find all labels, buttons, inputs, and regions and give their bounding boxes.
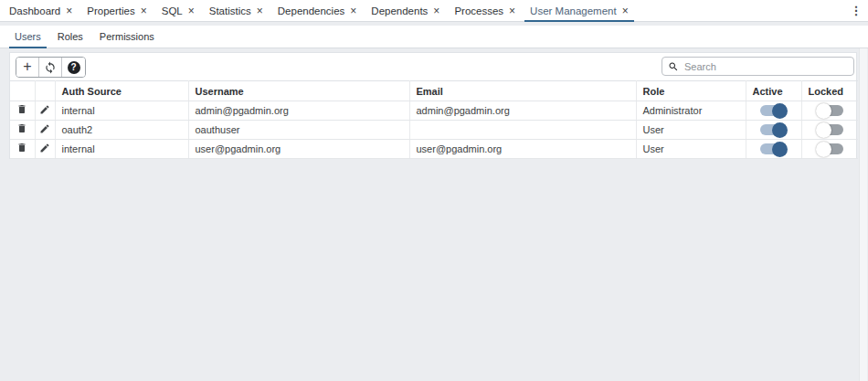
main-tabs: Dashboard × Properties × SQL × Statistic… — [2, 0, 844, 21]
close-icon[interactable]: × — [66, 5, 72, 16]
help-icon: ? — [68, 61, 80, 74]
role-cell[interactable]: User — [636, 121, 746, 140]
col-username: Username — [188, 81, 409, 101]
table-row: oauth2 oauthuser User — [10, 121, 858, 140]
tab-label: Dependents — [371, 5, 428, 16]
edit-row-button[interactable] — [39, 123, 50, 134]
plus-icon: + — [23, 59, 31, 74]
pencil-icon — [39, 123, 50, 137]
main-tabbar: Dashboard × Properties × SQL × Statistic… — [0, 0, 868, 22]
close-icon[interactable]: × — [622, 5, 629, 16]
username-cell[interactable]: admin@pgadmin.org — [188, 101, 409, 121]
tab-label: Statistics — [209, 5, 251, 16]
toolbar-button-group: + ? — [16, 57, 86, 78]
tab-dependencies[interactable]: Dependencies × — [270, 0, 365, 21]
refresh-icon — [44, 61, 57, 74]
close-icon[interactable]: × — [433, 5, 439, 16]
tab-label: Dependencies — [278, 5, 345, 16]
table-row: internal user@pgadmin.org user@pgadmin.o… — [10, 140, 858, 159]
col-locked: Locked — [801, 81, 858, 101]
close-icon[interactable]: × — [350, 5, 356, 16]
trash-icon — [16, 143, 27, 156]
user-management-panel: Dashboard × Properties × SQL × Statistic… — [0, 0, 868, 381]
tab-dashboard[interactable]: Dashboard × — [2, 0, 79, 21]
help-button[interactable]: ? — [62, 58, 85, 77]
locked-toggle[interactable] — [816, 122, 844, 138]
tab-label: SQL — [162, 5, 183, 16]
users-toolbar: + ? — [10, 53, 856, 80]
toggle-knob — [772, 142, 788, 157]
toggle-knob — [772, 103, 788, 119]
users-panel: + ? — [9, 52, 857, 159]
email-cell[interactable]: user@pgadmin.org — [409, 140, 636, 159]
tab-properties[interactable]: Properties × — [79, 0, 153, 21]
role-cell[interactable]: User — [636, 140, 746, 159]
tab-processes[interactable]: Processes × — [447, 0, 523, 21]
search-icon — [668, 61, 679, 72]
toggle-knob — [816, 122, 831, 138]
email-cell[interactable] — [409, 121, 636, 140]
trash-icon — [16, 104, 27, 118]
tab-roles[interactable]: Roles — [49, 26, 91, 48]
kebab-menu-icon[interactable]: ⋮ — [844, 0, 868, 21]
search-input[interactable] — [684, 61, 848, 72]
toggle-knob — [772, 122, 788, 138]
table-header-row: Auth Source Username Email Role Active L… — [10, 81, 858, 101]
tab-statistics[interactable]: Statistics × — [202, 0, 270, 21]
username-cell[interactable]: oauthuser — [188, 121, 409, 140]
delete-row-button[interactable] — [16, 122, 27, 134]
pencil-icon — [39, 104, 50, 118]
auth-source-cell[interactable]: internal — [55, 140, 188, 159]
col-role: Role — [636, 81, 746, 101]
col-email: Email — [409, 81, 636, 101]
col-auth-source: Auth Source — [55, 81, 188, 101]
close-icon[interactable]: × — [509, 5, 515, 16]
tab-label: Dashboard — [9, 5, 60, 16]
active-toggle[interactable] — [759, 102, 788, 119]
delete-row-button[interactable] — [16, 142, 27, 153]
edit-row-button[interactable] — [39, 104, 50, 115]
tab-label: User Management — [530, 5, 617, 16]
table-row: internal admin@pgadmin.org admin@pgadmin… — [10, 101, 858, 121]
close-icon[interactable]: × — [141, 5, 147, 16]
search-box — [662, 57, 854, 76]
tab-dependents[interactable]: Dependents × — [364, 0, 447, 21]
col-delete — [10, 81, 35, 101]
users-table: Auth Source Username Email Role Active L… — [10, 80, 858, 159]
toggle-knob — [816, 142, 831, 157]
locked-toggle[interactable] — [816, 141, 844, 157]
auth-source-cell[interactable]: oauth2 — [55, 121, 188, 140]
close-icon[interactable]: × — [257, 5, 263, 16]
tab-sql[interactable]: SQL × — [154, 0, 202, 21]
trash-icon — [16, 123, 27, 137]
tab-label: Properties — [87, 5, 134, 16]
tab-user-management[interactable]: User Management × — [523, 0, 636, 21]
tab-users[interactable]: Users — [6, 26, 49, 48]
role-cell[interactable]: Administrator — [636, 101, 746, 121]
tab-permissions[interactable]: Permissions — [91, 26, 163, 48]
edit-row-button[interactable] — [39, 143, 50, 153]
active-toggle[interactable] — [759, 122, 788, 138]
delete-row-button[interactable] — [16, 103, 27, 115]
pencil-icon — [39, 143, 50, 156]
subtabbar: Users Roles Permissions — [0, 26, 868, 48]
col-active: Active — [746, 81, 801, 101]
toggle-knob — [816, 103, 831, 119]
add-user-button[interactable]: + — [16, 58, 39, 77]
active-toggle[interactable] — [759, 141, 788, 157]
tab-label: Processes — [454, 5, 503, 16]
col-edit — [35, 81, 55, 101]
locked-toggle[interactable] — [816, 102, 844, 119]
scrollbar-gutter[interactable] — [859, 48, 867, 381]
close-icon[interactable]: × — [188, 5, 195, 16]
username-cell[interactable]: user@pgadmin.org — [188, 140, 409, 159]
refresh-button[interactable] — [39, 58, 62, 77]
email-cell[interactable]: admin@pgadmin.org — [409, 101, 636, 121]
auth-source-cell[interactable]: internal — [55, 101, 188, 121]
